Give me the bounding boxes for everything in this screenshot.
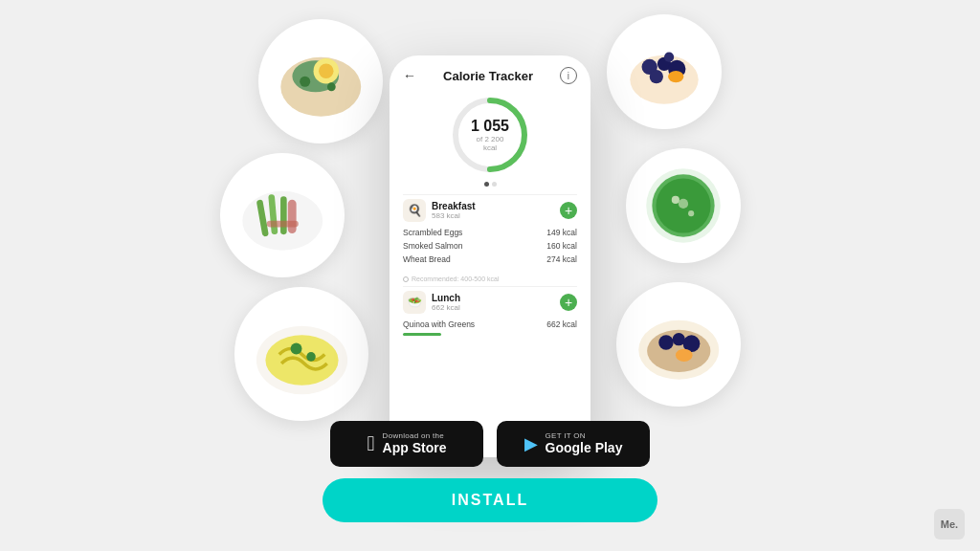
- svg-point-23: [688, 210, 694, 216]
- food-item-quinoa: Quinoa with Greens 662 kcal: [403, 318, 577, 331]
- food-kcal-wheat-bread: 274 kcal: [546, 254, 577, 264]
- appstore-small-label: Download on the: [383, 431, 447, 440]
- phone-header: ← Calorie Tracker i: [403, 67, 577, 84]
- bottom-section:  Download on the App Store ▶ GET IT ON …: [299, 421, 681, 522]
- calorie-ring: 1 055 of 2 200 kcal: [447, 92, 533, 178]
- ring-calories: 1 055: [469, 118, 512, 135]
- breakfast-add-button[interactable]: +: [560, 202, 577, 219]
- ring-text: 1 055 of 2 200 kcal: [469, 118, 512, 152]
- ring-total: of 2 200 kcal: [469, 135, 512, 152]
- carousel-dots: [484, 182, 497, 187]
- install-button[interactable]: INSTALL: [323, 478, 657, 522]
- svg-point-31: [658, 335, 673, 349]
- breakfast-icon: 🍳: [403, 199, 426, 222]
- food-item-smoked-salmon: Smoked Salmon 160 kcal: [403, 239, 577, 253]
- food-item-scrambled-eggs: Scrambled Eggs 149 kcal: [403, 226, 577, 239]
- lunch-name-col: Lunch 662 kcal: [432, 293, 460, 312]
- googleplay-large-label: Google Play: [546, 440, 623, 456]
- plate-berries: [607, 14, 722, 129]
- svg-point-4: [300, 76, 310, 86]
- googleplay-text: GET IT ON Google Play: [546, 431, 623, 456]
- plate-toast: [258, 19, 383, 143]
- lunch-kcal: 662 kcal: [432, 303, 460, 312]
- food-name-scrambled-eggs: Scrambled Eggs: [403, 228, 462, 237]
- lunch-add-button[interactable]: +: [560, 294, 577, 311]
- food-name-wheat-bread: Wheat Bread: [403, 254, 451, 264]
- food-kcal-quinoa: 662 kcal: [546, 320, 577, 329]
- phone-mockup: ← Calorie Tracker i 1 055 of 2 200 kcal: [390, 55, 590, 457]
- svg-rect-18: [266, 221, 298, 228]
- googleplay-button[interactable]: ▶ GET IT ON Google Play: [497, 421, 650, 467]
- food-name-quinoa: Quinoa with Greens: [403, 320, 475, 329]
- svg-point-3: [319, 63, 333, 77]
- store-buttons:  Download on the App Store ▶ GET IT ON …: [330, 421, 650, 467]
- svg-point-22: [672, 196, 679, 204]
- food-kcal-smoked-salmon: 160 kcal: [546, 241, 577, 251]
- recommended-label: Recommended: 400-500 kcal: [403, 272, 577, 286]
- plate-pasta: [234, 287, 368, 421]
- breakfast-name: Breakfast: [432, 201, 476, 211]
- svg-point-24: [679, 199, 688, 209]
- lunch-header: 🥗 Lunch 662 kcal +: [403, 286, 577, 318]
- lunch-name-block: 🥗 Lunch 662 kcal: [403, 291, 560, 314]
- svg-point-28: [306, 352, 316, 362]
- svg-point-12: [664, 53, 674, 62]
- app-title: Calorie Tracker: [443, 69, 533, 83]
- lunch-icon: 🥗: [403, 291, 426, 314]
- install-label: INSTALL: [452, 492, 528, 509]
- rec-dot-icon: [403, 276, 409, 282]
- play-icon: ▶: [524, 433, 538, 454]
- plate-oatmeal: [616, 282, 741, 407]
- plate-asparagus: [220, 153, 345, 277]
- svg-point-11: [668, 71, 683, 82]
- plate-soup: [626, 148, 741, 263]
- appstore-text: Download on the App Store: [383, 431, 447, 456]
- svg-point-27: [290, 342, 301, 354]
- breakfast-name-col: Breakfast 583 kcal: [432, 201, 476, 220]
- breakfast-kcal: 583 kcal: [432, 211, 476, 220]
- breakfast-header: 🍳 Breakfast 583 kcal +: [403, 194, 577, 226]
- watermark: Me.: [934, 509, 965, 540]
- svg-point-10: [650, 70, 663, 83]
- apple-icon: : [368, 431, 375, 456]
- food-kcal-scrambled-eggs: 149 kcal: [546, 228, 577, 237]
- svg-point-34: [676, 348, 693, 361]
- googleplay-small-label: GET IT ON: [546, 431, 623, 440]
- lunch-name: Lunch: [432, 293, 460, 303]
- svg-rect-17: [288, 199, 297, 232]
- back-arrow-icon: ←: [403, 68, 416, 83]
- info-icon: i: [560, 67, 577, 84]
- svg-rect-16: [280, 196, 287, 234]
- appstore-button[interactable]:  Download on the App Store: [330, 421, 483, 467]
- dot-inactive: [492, 182, 497, 187]
- dot-active: [484, 182, 489, 187]
- svg-point-5: [327, 82, 336, 91]
- breakfast-section: 🍳 Breakfast 583 kcal + Scrambled Eggs 14…: [403, 194, 577, 266]
- calorie-ring-container: 1 055 of 2 200 kcal: [403, 92, 577, 187]
- lunch-underline: [403, 333, 441, 336]
- food-name-smoked-salmon: Smoked Salmon: [403, 241, 462, 251]
- food-item-wheat-bread: Wheat Bread 274 kcal: [403, 253, 577, 266]
- lunch-section: 🥗 Lunch 662 kcal + Quinoa with Greens 66…: [403, 286, 577, 336]
- breakfast-name-block: 🍳 Breakfast 583 kcal: [403, 199, 560, 222]
- appstore-large-label: App Store: [383, 440, 447, 456]
